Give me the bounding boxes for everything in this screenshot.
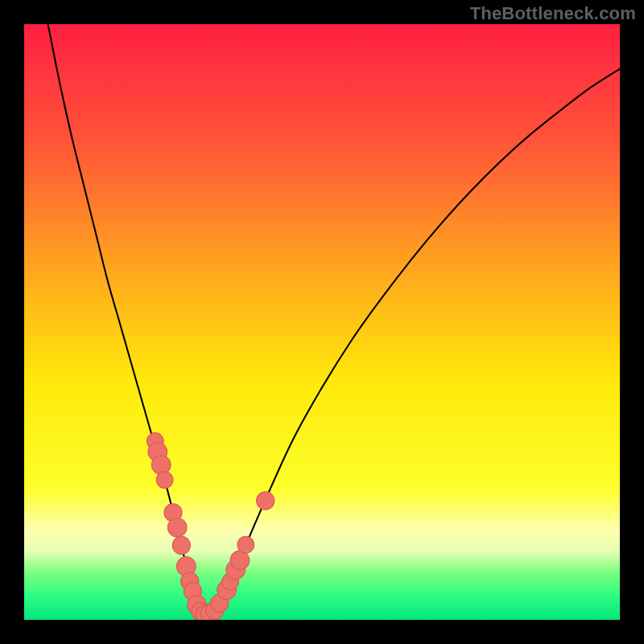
plot-area xyxy=(24,24,620,620)
chart-frame: TheBottleneck.com xyxy=(0,0,644,644)
data-point-markers xyxy=(24,24,620,620)
data-point xyxy=(172,536,190,554)
watermark-text: TheBottleneck.com xyxy=(470,3,636,24)
data-point xyxy=(257,492,275,510)
data-point xyxy=(237,536,254,553)
data-point xyxy=(230,551,250,570)
data-point xyxy=(156,472,173,489)
data-point xyxy=(167,518,187,537)
